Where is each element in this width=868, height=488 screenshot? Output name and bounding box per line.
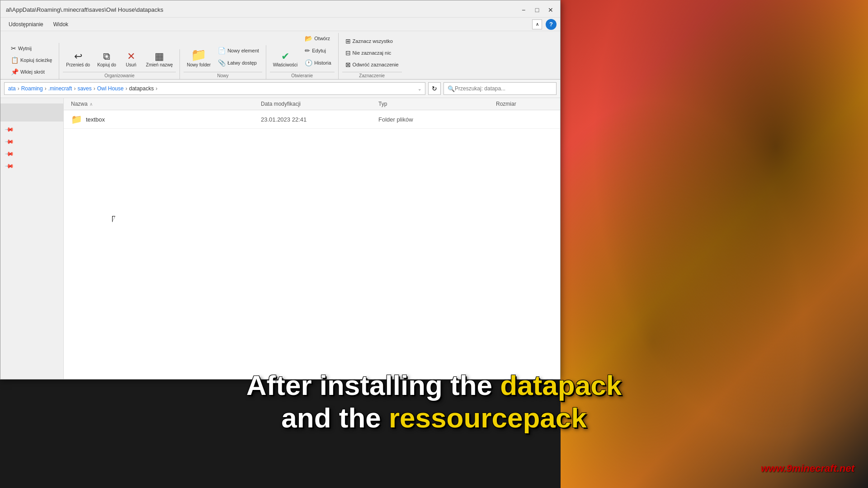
title-controls: − □ ✕ bbox=[518, 4, 557, 16]
wytnij-label: Wytnij bbox=[18, 46, 32, 51]
deselect-icon: ⊟ bbox=[345, 49, 351, 56]
open-buttons: ✔ Właściwości 📂 Otwórz ✏ Edytuj bbox=[270, 33, 335, 72]
search-icon: 🔍 bbox=[448, 85, 455, 92]
sort-arrow: ∧ bbox=[90, 102, 93, 107]
move-icon: ↩ bbox=[74, 52, 82, 61]
new-side-buttons: 📄 Nowy element 📎 Łatwy dostęp bbox=[215, 45, 262, 70]
search-input[interactable] bbox=[455, 85, 552, 92]
odwroc-zaznaczenie-label: Odwróć zaznaczenie bbox=[353, 62, 399, 67]
new-element-icon: 📄 bbox=[218, 47, 226, 54]
quick-access-icon: 📎 bbox=[218, 59, 226, 66]
otworz-label: Otwórz bbox=[314, 36, 330, 41]
file-type: Folder plików bbox=[378, 116, 496, 123]
organize-buttons: ↩ Przenieś do ⧉ Kopiuj do ✕ Usuń ▦ Zmień… bbox=[63, 49, 176, 72]
nie-zaznaczaj-nic-button[interactable]: ⊟ Nie zaznaczaj nic bbox=[342, 47, 402, 58]
ribbon: ✂ Wytnij 📋 Kopiuj ścieżkę 📌 Wklej skrót bbox=[0, 31, 560, 80]
latwy-dostep-label: Łatwy dostęp bbox=[227, 60, 257, 66]
zmien-nazwe-button[interactable]: ▦ Zmień nazwę bbox=[143, 49, 176, 70]
breadcrumb[interactable]: ata › Roaming › .minecraft › saves › Owl… bbox=[4, 82, 425, 95]
breadcrumb-owl-house[interactable]: Owl House bbox=[97, 85, 124, 92]
organize-group: ↩ Przenieś do ⧉ Kopiuj do ✕ Usuń ▦ Zmień… bbox=[59, 49, 180, 79]
open-icon: 📂 bbox=[305, 35, 312, 42]
col-header-date[interactable]: Data modyfikacji bbox=[261, 101, 378, 107]
file-name: textbox bbox=[86, 116, 263, 123]
historia-button[interactable]: 🕐 Historia bbox=[302, 57, 334, 68]
menu-widok[interactable]: Widok bbox=[49, 20, 73, 29]
clipboard-group: ✂ Wytnij 📋 Kopiuj ścieżkę 📌 Wklej skrót bbox=[4, 43, 59, 79]
breadcrumb-datapacks[interactable]: datapacks bbox=[129, 85, 154, 92]
explorer-window: al\AppData\Roaming\.minecraft\saves\Owl … bbox=[0, 0, 561, 380]
zaznacz-wszystko-button[interactable]: ⊞ Zaznacz wszystko bbox=[342, 36, 402, 47]
folder-file-icon: 📁 bbox=[71, 114, 82, 125]
address-bar: ata › Roaming › .minecraft › saves › Owl… bbox=[0, 80, 560, 98]
sidebar-pin-2[interactable]: 📌 bbox=[0, 136, 63, 148]
menu-items: Udostępnianie Widok bbox=[4, 20, 73, 29]
sidebar-selected-item bbox=[0, 103, 63, 122]
pin-icon-3: 📌 bbox=[5, 149, 14, 159]
breadcrumb-saves[interactable]: saves bbox=[77, 85, 91, 92]
watermark: www.9minecraft.net bbox=[761, 463, 854, 474]
file-date: 23.01.2023 22:41 bbox=[261, 116, 378, 123]
subtitle-line2-white: and the bbox=[281, 402, 389, 433]
przenies-do-button[interactable]: ↩ Przenieś do bbox=[63, 49, 93, 70]
breadcrumb-roaming[interactable]: Roaming bbox=[21, 85, 43, 92]
nowy-folder-button[interactable]: 📁 Nowy folder bbox=[184, 47, 214, 70]
sidebar-pin-1[interactable]: 📌 bbox=[0, 123, 63, 136]
paste-icon: 📌 bbox=[11, 68, 19, 75]
select-buttons: ⊞ Zaznacz wszystko ⊟ Nie zaznaczaj nic ⊠… bbox=[342, 36, 402, 72]
title-path: al\AppData\Roaming\.minecraft\saves\Owl … bbox=[6, 6, 518, 13]
col-header-size[interactable]: Rozmiar bbox=[496, 101, 559, 107]
background-decoration bbox=[561, 0, 868, 488]
minimize-button[interactable]: − bbox=[518, 4, 529, 16]
wytnij-button[interactable]: ✂ Wytnij bbox=[8, 43, 55, 54]
pin-icon-1: 📌 bbox=[5, 125, 14, 135]
pin-icon-2: 📌 bbox=[5, 137, 14, 147]
table-row[interactable]: 📁 textbox 23.01.2023 22:41 Folder plików bbox=[64, 110, 560, 129]
folder-icon: 📁 bbox=[191, 49, 207, 61]
new-group: 📁 Nowy folder 📄 Nowy element 📎 Łatwy dos… bbox=[180, 45, 266, 79]
kopiuj-do-label: Kopiuj do bbox=[97, 62, 116, 68]
kopiuj-sciezke-button[interactable]: 📋 Kopiuj ścieżkę bbox=[8, 55, 55, 66]
usun-button[interactable]: ✕ Usuń bbox=[120, 49, 142, 70]
latwy-dostep-button[interactable]: 📎 Łatwy dostęp bbox=[215, 57, 262, 68]
menu-udostepnianie[interactable]: Udostępnianie bbox=[4, 20, 48, 29]
zmien-nazwe-label: Zmień nazwę bbox=[146, 62, 173, 68]
otworz-button[interactable]: 📂 Otwórz bbox=[302, 33, 334, 44]
wlasciwosci-label: Właściwości bbox=[273, 62, 297, 68]
column-headers: Nazwa ∧ Data modyfikacji Typ Rozmiar bbox=[64, 98, 560, 110]
historia-label: Historia bbox=[314, 60, 331, 66]
breadcrumb-minecraft[interactable]: .minecraft bbox=[48, 85, 72, 92]
maximize-button[interactable]: □ bbox=[531, 4, 543, 16]
ribbon-collapse-button[interactable]: ∧ bbox=[532, 19, 542, 29]
col-header-type[interactable]: Typ bbox=[378, 101, 496, 107]
new-buttons: 📁 Nowy folder 📄 Nowy element 📎 Łatwy dos… bbox=[184, 45, 262, 72]
wlasciwosci-button[interactable]: ✔ Właściwości bbox=[270, 49, 301, 70]
nowy-element-label: Nowy element bbox=[227, 48, 259, 53]
col-header-name[interactable]: Nazwa ∧ bbox=[71, 101, 261, 107]
wklej-skrot-button[interactable]: 📌 Wklej skrót bbox=[8, 66, 55, 77]
open-group: ✔ Właściwości 📂 Otwórz ✏ Edytuj bbox=[266, 33, 339, 79]
sidebar-pin-4[interactable]: 📌 bbox=[0, 160, 63, 172]
search-bar: 🔍 bbox=[443, 82, 557, 95]
breadcrumb-dropdown[interactable]: ⌄ bbox=[418, 86, 421, 91]
kopiuj-do-button[interactable]: ⧉ Kopiuj do bbox=[94, 49, 119, 70]
rename-icon: ▦ bbox=[155, 52, 164, 61]
delete-icon: ✕ bbox=[127, 52, 135, 61]
menu-bar: Udostępnianie Widok ∧ ? bbox=[0, 18, 560, 31]
refresh-button[interactable]: ↻ bbox=[428, 82, 441, 95]
sidebar-pin-3[interactable]: 📌 bbox=[0, 148, 63, 160]
properties-icon: ✔ bbox=[281, 52, 289, 61]
invert-selection-icon: ⊠ bbox=[345, 61, 351, 68]
select-group: ⊞ Zaznacz wszystko ⊟ Nie zaznaczaj nic ⊠… bbox=[339, 36, 406, 79]
select-group-label: Zaznaczenie bbox=[342, 72, 402, 79]
edit-icon: ✏ bbox=[305, 47, 310, 54]
odwroc-zaznaczenie-button[interactable]: ⊠ Odwróć zaznaczenie bbox=[342, 59, 402, 70]
help-button[interactable]: ? bbox=[546, 19, 557, 30]
copy-icon: ⧉ bbox=[103, 52, 110, 61]
edytuj-button[interactable]: ✏ Edytuj bbox=[302, 45, 334, 56]
history-icon: 🕐 bbox=[305, 59, 312, 66]
nowy-element-button[interactable]: 📄 Nowy element bbox=[215, 45, 262, 56]
breadcrumb-ata[interactable]: ata bbox=[8, 85, 16, 92]
kopiuj-sciezke-label: Kopiuj ścieżkę bbox=[20, 57, 52, 63]
close-button[interactable]: ✕ bbox=[545, 4, 557, 16]
